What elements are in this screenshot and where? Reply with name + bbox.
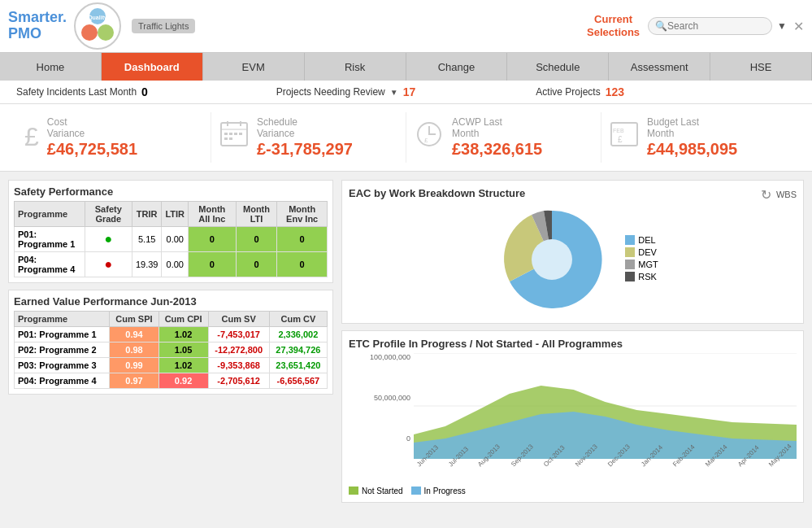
nav-change[interactable]: Change [406, 53, 508, 81]
safety-trir: 19.39 [132, 251, 162, 277]
evm-spi: 0.94 [110, 326, 158, 342]
legend-del: DEL [625, 235, 658, 245]
kpi-schedule-variance: ScheduleVariance £-31,785,297 [211, 112, 406, 163]
safety-programme: P04: Programme 4 [15, 251, 85, 277]
evm-programme: P02: Programme 2 [15, 342, 110, 357]
eac-chart-container: EAC by Work Breakdown Structure ↻ WBS [341, 180, 804, 324]
wbs-refresh-icon[interactable]: ↻ [761, 187, 771, 203]
svg-rect-17 [611, 123, 637, 146]
evm-spi: 0.97 [110, 373, 158, 388]
search-input[interactable] [667, 20, 765, 32]
safety-trir: 5.15 [132, 226, 162, 251]
svg-point-20 [532, 239, 572, 280]
grade-up-icon: ● [104, 232, 112, 246]
safety-table-row: P04: Programme 4 ● 19.39 0.00 0 0 0 [15, 251, 328, 277]
nav-home[interactable]: Home [0, 53, 102, 81]
nav-evm[interactable]: EVM [203, 53, 305, 81]
safety-programme: P01: Programme 1 [15, 226, 85, 251]
acwp-value: £38,326,615 [452, 140, 542, 159]
evm-programme: P01: Programme 1 [15, 326, 110, 342]
main-content: Safety Performance Programme Safety Grad… [0, 172, 812, 528]
evm-table: Programme Cum SPI Cum CPI Cum SV Cum CV … [14, 311, 328, 389]
wbs-label: WBS [776, 190, 797, 199]
left-panel: Safety Performance Programme Safety Grad… [8, 180, 333, 526]
th-lti: Month LTI [236, 201, 277, 226]
legend-not-started: Not Started [349, 487, 403, 495]
acwp-icon: £ [415, 120, 444, 155]
nav-dashboard[interactable]: Dashboard [102, 53, 203, 81]
kpi-acwp: £ ACWP LastMonth £38,326,615 [406, 112, 601, 163]
th-cum-sv: Cum SV [208, 311, 269, 326]
close-icon[interactable]: ✕ [793, 19, 804, 34]
right-panel: EAC by Work Breakdown Structure ↻ WBS [341, 180, 804, 526]
nav-risk[interactable]: Risk [305, 53, 406, 81]
safety-all-inc: 0 [189, 251, 237, 277]
evm-sv: -12,272,800 [208, 342, 269, 357]
evm-sv: -2,705,612 [208, 373, 269, 388]
safety-all-inc: 0 [189, 226, 237, 251]
etc-chart-container: ETC Profile In Progress / Not Started - … [341, 330, 804, 503]
status-review: Projects Needing Review ▼ 17 [276, 85, 536, 98]
th-evm-programme: Programme [15, 311, 110, 326]
evm-sv: -7,453,017 [208, 326, 269, 342]
evm-spi: 0.99 [110, 357, 158, 373]
legend-rsk: RSK [625, 272, 658, 281]
svg-point-2 [81, 24, 98, 41]
evm-sv: -9,353,868 [208, 357, 269, 373]
cost-icon: £ [24, 122, 39, 152]
etc-chart-svg [414, 353, 797, 459]
evm-programme: P04: Programme 4 [15, 373, 110, 388]
safety-table-container: Safety Performance Programme Safety Grad… [8, 180, 333, 283]
filter-icon[interactable]: ▼ [390, 88, 398, 97]
search-box[interactable]: 🔍 [648, 17, 772, 35]
nav-hse[interactable]: HSE [710, 53, 812, 81]
th-cum-spi: Cum SPI [110, 311, 158, 326]
th-cum-cv: Cum CV [269, 311, 327, 326]
legend-del-color [625, 235, 635, 245]
safety-lti: 0 [236, 251, 277, 277]
safety-ltir: 0.00 [162, 226, 189, 251]
evm-table-container: Earned Value Performance Jun-2013 Progra… [8, 290, 333, 395]
th-cum-cpi: Cum CPI [158, 311, 208, 326]
evm-table-row: P01: Programme 1 0.94 1.02 -7,453,017 2,… [15, 326, 328, 342]
kpi-budget: FEB£ Budget LastMonth £44,985,095 [601, 112, 796, 163]
evm-table-title: Earned Value Performance Jun-2013 [14, 295, 328, 308]
legend-rsk-color [625, 272, 635, 281]
kpi-cost-variance: £ CostVariance £46,725,581 [16, 112, 211, 163]
safety-table: Programme Safety Grade TRIR LTIR Month A… [14, 201, 328, 277]
evm-cpi: 1.02 [158, 357, 208, 373]
svg-rect-11 [234, 133, 237, 135]
evm-cv: 23,651,420 [269, 357, 327, 373]
nav-schedule[interactable]: Schedule [507, 53, 609, 81]
nav-assessment[interactable]: Assessment [609, 53, 710, 81]
header: Smarter. PMO Quality Traffic Lights Curr… [0, 0, 812, 53]
th-programme: Programme [15, 201, 85, 226]
svg-rect-14 [229, 137, 232, 140]
etc-x-labels: Jun-2013 Jul-2013 Aug-2013 Sep-2013 Oct-… [414, 463, 797, 470]
safety-table-title: Safety Performance [14, 185, 328, 198]
svg-text:Quality: Quality [88, 15, 107, 21]
logo-line2: PMO [8, 25, 41, 41]
schedule-icon [219, 120, 249, 155]
dropdown-arrow-icon[interactable]: ▼ [777, 20, 787, 32]
legend-mgt-color [625, 260, 635, 269]
legend-dev: DEV [625, 247, 658, 257]
status-active: Active Projects 123 [536, 85, 796, 98]
status-bar: Safety Incidents Last Month 0 Projects N… [0, 81, 812, 104]
legend-dev-color [625, 247, 635, 257]
th-trir: TRIR [132, 201, 162, 226]
legend-mgt: MGT [625, 260, 658, 269]
svg-rect-9 [224, 133, 228, 135]
etc-svg-area: Jun-2013 Jul-2013 Aug-2013 Sep-2013 Oct-… [414, 353, 797, 470]
svg-text:FEB: FEB [613, 128, 624, 133]
evm-table-row: P04: Programme 4 0.97 0.92 -2,705,612 -6… [15, 373, 328, 388]
logo-circle-icon: Quality [73, 2, 122, 50]
budget-value: £44,985,095 [647, 140, 737, 159]
evm-table-row: P03: Programme 3 0.99 1.02 -9,353,868 23… [15, 357, 328, 373]
nav-bar: Home Dashboard EVM Risk Change Schedule … [0, 53, 812, 81]
etc-legend: Not Started In Progress [349, 487, 797, 495]
search-icon: 🔍 [655, 20, 667, 32]
current-selections-button[interactable]: Current Selections [587, 13, 640, 38]
pie-chart [487, 203, 617, 316]
evm-cv: 2,336,002 [269, 326, 327, 342]
